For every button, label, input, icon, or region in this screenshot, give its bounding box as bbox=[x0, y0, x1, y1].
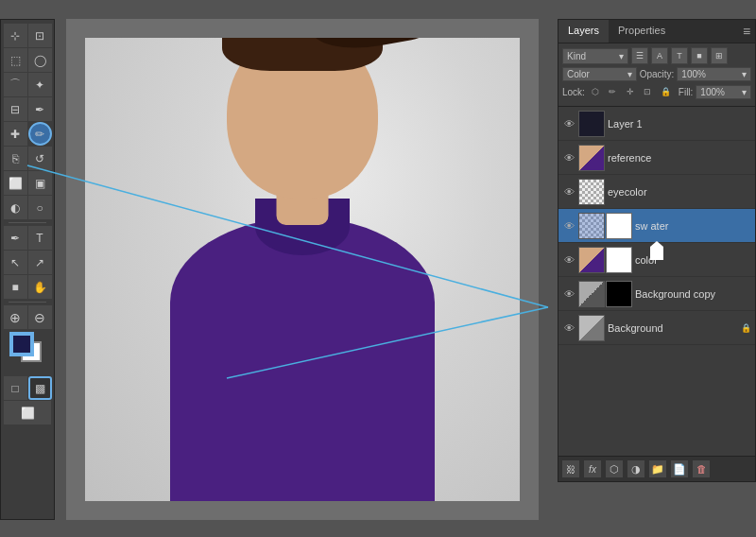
layer-list: 👁 Layer 1 👁 reference 👁 eyecolor 👁 bbox=[558, 107, 755, 456]
visibility-layer1[interactable]: 👁 bbox=[562, 117, 576, 130]
marquee-rect-btn[interactable]: ⬚ bbox=[4, 48, 27, 72]
opacity-chevron: ▾ bbox=[742, 69, 747, 79]
portrait bbox=[85, 38, 520, 501]
wand-btn[interactable]: ✦ bbox=[28, 73, 52, 96]
thumb-sweater-main bbox=[578, 213, 605, 239]
tool-row-screen: ⬜ bbox=[4, 401, 51, 424]
layer-item-eyecolor[interactable]: 👁 eyecolor bbox=[558, 175, 755, 209]
layer-name-layer1: Layer 1 bbox=[608, 118, 751, 130]
quickmask-btn[interactable]: ▩ bbox=[28, 376, 52, 400]
tool-row-6: ⎘ ↺ bbox=[4, 147, 52, 170]
tool-row-3: ⌒ ✦ bbox=[4, 73, 52, 96]
text-btn[interactable]: T bbox=[28, 226, 52, 250]
opacity-dropdown[interactable]: 100% ▾ bbox=[677, 67, 751, 81]
path-select-btn[interactable]: ↖ bbox=[4, 251, 27, 274]
zoom-btn[interactable]: ⊕ bbox=[4, 305, 27, 329]
healing-btn[interactable]: ✚ bbox=[4, 122, 27, 146]
move-tool-btn[interactable]: ⊹ bbox=[4, 24, 27, 47]
link-layers-btn[interactable]: ⛓ bbox=[561, 459, 580, 478]
thumb-layer1 bbox=[578, 111, 605, 137]
lock-all-btn[interactable]: 🔒 bbox=[658, 84, 673, 99]
filter-adjust-btn[interactable]: A bbox=[651, 47, 668, 64]
layers-bottom: ⛓ fx ⬡ ◑ 📁 📄 🗑 bbox=[558, 456, 755, 481]
filter-smartobj-btn[interactable]: ⊞ bbox=[711, 47, 728, 64]
delete-layer-btn[interactable]: 🗑 bbox=[692, 459, 711, 478]
layer-item-sweater[interactable]: 👁 sw ater bbox=[558, 209, 755, 243]
color-label: Color bbox=[567, 69, 590, 79]
thumb-reference bbox=[578, 145, 605, 171]
screen-mode-btn[interactable]: ⬜ bbox=[4, 401, 51, 424]
layer-item-bgcopy[interactable]: 👁 Background copy bbox=[558, 277, 755, 311]
visibility-sweater[interactable]: 👁 bbox=[562, 219, 576, 233]
clone-btn[interactable]: ⎘ bbox=[4, 147, 27, 170]
layer-item-reference[interactable]: 👁 reference bbox=[558, 141, 755, 175]
visibility-color[interactable]: 👁 bbox=[562, 253, 576, 267]
lock-label: Lock: bbox=[562, 87, 585, 97]
layer-item-layer1[interactable]: 👁 Layer 1 bbox=[558, 107, 755, 141]
add-group-btn[interactable]: 📁 bbox=[648, 459, 667, 478]
direct-select-btn[interactable]: ↗ bbox=[28, 251, 52, 274]
tool-row-9: ✒ T bbox=[4, 226, 52, 250]
lock-position-btn[interactable]: ✛ bbox=[623, 84, 638, 99]
tool-row-1: ⊹ ⊡ bbox=[4, 24, 52, 47]
foreground-color-swatch[interactable] bbox=[11, 334, 32, 355]
marquee-ellipse-btn[interactable]: ◯ bbox=[28, 48, 52, 72]
filter-pixel-btn[interactable]: ☰ bbox=[631, 47, 648, 64]
shape-btn[interactable]: ■ bbox=[4, 275, 27, 299]
crop-btn[interactable]: ⊟ bbox=[4, 97, 27, 121]
layer-name-reference: reference bbox=[608, 152, 751, 164]
filter-type-btn[interactable]: T bbox=[671, 47, 688, 64]
fill-dropdown[interactable]: 100% ▾ bbox=[696, 85, 751, 99]
lasso-btn[interactable]: ⌒ bbox=[4, 73, 27, 96]
gradient-btn[interactable]: ▣ bbox=[28, 171, 52, 195]
lock-fill-row: Lock: ⬡ ✏ ✛ ⊡ 🔒 Fill: 100% ▾ bbox=[562, 84, 751, 99]
thumb-eyecolor bbox=[578, 179, 605, 205]
artboard-tool-btn[interactable]: ⊡ bbox=[28, 24, 52, 47]
thumb-color-mask bbox=[606, 247, 632, 273]
kind-dropdown[interactable]: Kind ▾ bbox=[562, 48, 628, 64]
lock-image-btn[interactable]: ✏ bbox=[605, 84, 620, 99]
dodge-btn[interactable]: ○ bbox=[28, 196, 52, 219]
zoom-out-btn[interactable]: ⊖ bbox=[28, 305, 52, 329]
color-dropdown[interactable]: Color ▾ bbox=[562, 67, 637, 81]
tab-layers[interactable]: Layers bbox=[558, 20, 609, 43]
filter-shape-btn[interactable]: ■ bbox=[691, 47, 708, 64]
kind-chevron: ▾ bbox=[619, 51, 624, 61]
visibility-bgcopy[interactable]: 👁 bbox=[562, 287, 576, 301]
hand-btn[interactable]: ✋ bbox=[28, 275, 52, 299]
opacity-row: Color ▾ Opacity: 100% ▾ bbox=[562, 67, 751, 81]
lock-transparency-btn[interactable]: ⬡ bbox=[588, 84, 603, 99]
tool-row-mode: □ ▩ bbox=[4, 376, 52, 400]
eyedropper-btn[interactable]: ✒ bbox=[28, 97, 52, 121]
add-mask-btn[interactable]: ⬡ bbox=[605, 459, 624, 478]
layer-item-background[interactable]: 👁 Background 🔒 bbox=[558, 311, 755, 345]
standard-mode-btn[interactable]: □ bbox=[4, 376, 27, 400]
eraser-btn[interactable]: ⬜ bbox=[4, 171, 27, 195]
visibility-eyecolor[interactable]: 👁 bbox=[562, 185, 576, 199]
thumb-bgcopy-mask bbox=[606, 281, 632, 307]
panel-menu-btn[interactable]: ≡ bbox=[738, 20, 755, 43]
add-adjustment-btn[interactable]: ◑ bbox=[627, 459, 645, 478]
color-chevron: ▾ bbox=[627, 69, 632, 79]
visibility-background[interactable]: 👁 bbox=[562, 321, 576, 335]
portrait-body bbox=[170, 217, 435, 501]
tool-divider-1 bbox=[9, 222, 46, 223]
kind-row: Kind ▾ ☰ A T ■ ⊞ bbox=[562, 47, 751, 64]
fill-label: Fill: bbox=[679, 87, 694, 97]
brush-btn[interactable]: ✏ bbox=[28, 122, 52, 146]
tool-row-4: ⊟ ✒ bbox=[4, 97, 52, 121]
layer-fx-btn[interactable]: fx bbox=[583, 459, 602, 478]
pen-btn[interactable]: ✒ bbox=[4, 226, 27, 250]
new-layer-btn[interactable]: 📄 bbox=[670, 459, 689, 478]
canvas-inner bbox=[85, 38, 520, 501]
blur-btn[interactable]: ◐ bbox=[4, 196, 27, 219]
lock-artboard-btn[interactable]: ⊡ bbox=[641, 84, 656, 99]
tab-properties[interactable]: Properties bbox=[609, 20, 675, 43]
thumb-color-main bbox=[578, 247, 605, 273]
opacity-value: 100% bbox=[681, 69, 706, 79]
layer-name-eyecolor: eyecolor bbox=[608, 186, 751, 198]
history-brush-btn[interactable]: ↺ bbox=[28, 147, 52, 170]
opacity-label: Opacity: bbox=[640, 69, 675, 79]
tool-row-zoom: ⊕ ⊖ bbox=[4, 305, 52, 329]
visibility-reference[interactable]: 👁 bbox=[562, 151, 576, 165]
